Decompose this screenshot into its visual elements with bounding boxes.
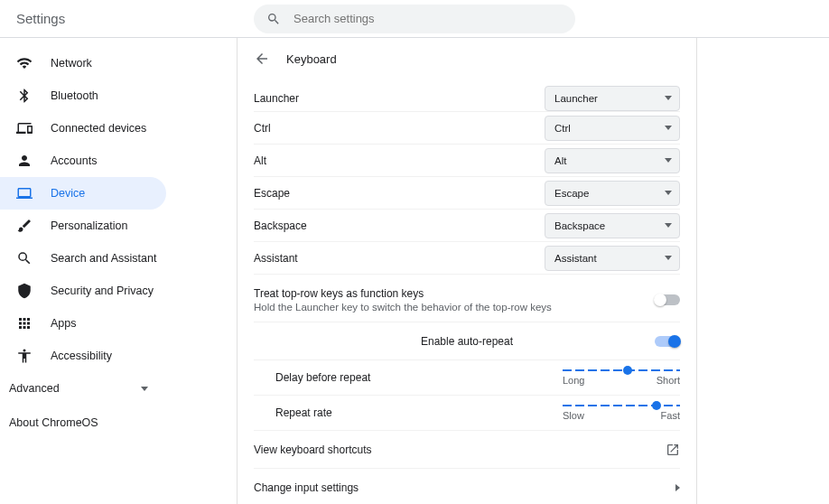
key-label: Launcher (254, 92, 299, 105)
select-value: Backspace (554, 220, 605, 231)
person-icon (16, 153, 33, 169)
sidebar-item-label: Accounts (51, 154, 97, 167)
key-row-alt: Alt Alt (254, 145, 680, 177)
auto-repeat-row: Enable auto-repeat (254, 322, 680, 360)
delay-slider[interactable] (563, 369, 680, 371)
sidebar-item-label: Connected devices (51, 122, 146, 135)
select-value: Launcher (554, 93, 598, 104)
select-value: Escape (554, 188, 589, 199)
chevron-down-icon (665, 96, 672, 100)
wifi-icon (16, 55, 33, 71)
sidebar-item-bluetooth[interactable]: Bluetooth (0, 79, 166, 112)
change-input-label: Change input settings (254, 481, 359, 494)
view-shortcuts-link[interactable]: View keyboard shortcuts (254, 431, 680, 469)
page-header-title: Settings (16, 11, 65, 26)
key-row-ctrl: Ctrl Ctrl (254, 112, 680, 145)
sidebar-item-device[interactable]: Device (0, 177, 166, 210)
back-icon[interactable] (254, 51, 270, 67)
sidebar-item-connected-devices[interactable]: Connected devices (0, 112, 166, 145)
sidebar-item-security-and-privacy[interactable]: Security and Privacy (0, 275, 166, 307)
top-row-keys-row: Treat top-row keys as function keys Hold… (254, 278, 680, 322)
sidebar-item-accessibility[interactable]: Accessibility (0, 340, 166, 372)
sidebar-item-label: Personalization (51, 219, 127, 232)
key-row-launcher: Launcher Launcher (254, 79, 680, 112)
rate-slider[interactable] (563, 405, 680, 406)
accessibility-icon (16, 348, 33, 364)
rate-lo: Slow (563, 410, 584, 421)
search-icon (16, 250, 33, 266)
rate-hi: Fast (661, 410, 680, 421)
key-label: Backspace (254, 219, 307, 232)
chevron-down-icon (665, 126, 672, 130)
auto-repeat-toggle[interactable] (655, 336, 680, 347)
sidebar-about[interactable]: About ChromeOS (0, 405, 237, 441)
sidebar-item-label: Accessibility (51, 350, 112, 362)
chevron-down-icon (665, 256, 672, 260)
chevron-down-icon (141, 387, 148, 391)
key-label: Alt (254, 154, 266, 167)
external-link-icon (666, 443, 680, 457)
select-value: Assistant (554, 253, 597, 264)
search-input[interactable] (293, 12, 563, 25)
change-input-link[interactable]: Change input settings (254, 469, 680, 504)
sidebar-advanced[interactable]: Advanced (0, 372, 166, 405)
devices-icon (16, 120, 33, 136)
sidebar-item-label: Bluetooth (51, 89, 98, 102)
sidebar: NetworkBluetoothConnected devicesAccount… (0, 38, 237, 504)
key-select-ctrl[interactable]: Ctrl (545, 116, 680, 141)
delay-lo: Long (563, 375, 584, 386)
auto-repeat-label: Enable auto-repeat (421, 335, 513, 348)
bluetooth-icon (16, 88, 33, 104)
top-row-sub: Hold the Launcher key to switch the beha… (254, 302, 552, 313)
delay-label: Delay before repeat (275, 371, 370, 384)
sidebar-item-network[interactable]: Network (0, 47, 166, 79)
chevron-right-icon (675, 484, 680, 491)
key-row-escape: Escape Escape (254, 177, 680, 210)
view-shortcuts-label: View keyboard shortcuts (254, 443, 372, 456)
key-select-alt[interactable]: Alt (545, 148, 680, 173)
delay-hi: Short (657, 375, 680, 386)
key-label: Escape (254, 187, 290, 200)
chevron-down-icon (665, 223, 672, 228)
key-select-backspace[interactable]: Backspace (545, 213, 680, 238)
advanced-label: Advanced (9, 382, 60, 395)
rate-label: Repeat rate (275, 406, 332, 419)
key-label: Ctrl (254, 122, 271, 135)
key-select-launcher[interactable]: Launcher (545, 86, 680, 111)
laptop-icon (16, 185, 33, 201)
key-select-assistant[interactable]: Assistant (545, 246, 680, 271)
key-label: Assistant (254, 252, 298, 265)
top-row-label: Treat top-row keys as function keys (254, 287, 424, 300)
settings-panel: Keyboard Launcher Launcher Ctrl Ctrl Alt… (237, 38, 697, 504)
panel-title: Keyboard (286, 52, 337, 66)
search-icon (266, 12, 281, 26)
sidebar-item-label: Network (51, 57, 92, 70)
key-select-escape[interactable]: Escape (545, 181, 680, 206)
select-value: Alt (554, 155, 566, 166)
sidebar-item-accounts[interactable]: Accounts (0, 145, 166, 177)
key-row-backspace: Backspace Backspace (254, 210, 680, 242)
sidebar-item-search-and-assistant[interactable]: Search and Assistant (0, 242, 166, 275)
search-bar[interactable] (254, 5, 575, 33)
brush-icon (16, 218, 33, 234)
rate-slider-row: Repeat rate Slow Fast (254, 396, 680, 431)
sidebar-item-label: Search and Assistant (51, 252, 156, 265)
chevron-down-icon (665, 158, 672, 163)
select-value: Ctrl (554, 123, 571, 134)
top-row-toggle[interactable] (655, 294, 680, 305)
sidebar-item-label: Security and Privacy (51, 285, 154, 297)
delay-slider-row: Delay before repeat Long Short (254, 360, 680, 396)
sidebar-item-personalization[interactable]: Personalization (0, 210, 166, 242)
sidebar-item-label: Apps (51, 317, 77, 330)
apps-icon (16, 315, 33, 331)
shield-icon (16, 283, 33, 299)
key-row-assistant: Assistant Assistant (254, 242, 680, 275)
sidebar-item-apps[interactable]: Apps (0, 307, 166, 340)
sidebar-item-label: Device (51, 187, 85, 200)
chevron-down-icon (665, 191, 672, 195)
